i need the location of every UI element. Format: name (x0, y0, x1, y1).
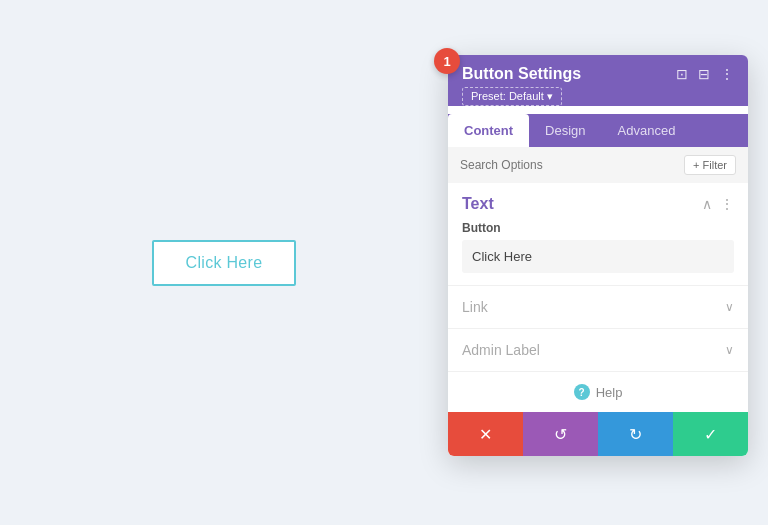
panel-header: Button Settings ⊡ ⊟ ⋮ Preset: Default ▾ (448, 55, 748, 106)
bottom-bar: ✕ ↺ ↻ ✓ (448, 412, 748, 456)
tab-content[interactable]: Content (448, 114, 529, 147)
section-controls: ∧ ⋮ (702, 196, 734, 212)
settings-panel: Button Settings ⊡ ⊟ ⋮ Preset: Default ▾ … (448, 55, 748, 456)
button-field-label: Button (462, 221, 734, 235)
help-text: Help (596, 385, 623, 400)
more-icon[interactable]: ⋮ (720, 66, 734, 82)
search-row: + Filter (448, 147, 748, 183)
help-row[interactable]: ? Help (448, 371, 748, 412)
help-icon: ? (574, 384, 590, 400)
cancel-button[interactable]: ✕ (448, 412, 523, 456)
canvas-click-button[interactable]: Click Here (152, 240, 297, 286)
link-collapsible[interactable]: Link ∨ (448, 285, 748, 328)
button-field-group: Button (448, 221, 748, 285)
step-badge: 1 (434, 48, 460, 74)
admin-label-chevron-icon: ∨ (725, 343, 734, 357)
search-input[interactable] (460, 158, 676, 172)
link-chevron-icon: ∨ (725, 300, 734, 314)
filter-button[interactable]: + Filter (684, 155, 736, 175)
redo-button[interactable]: ↻ (598, 412, 673, 456)
tab-design[interactable]: Design (529, 114, 601, 147)
collapse-icon[interactable]: ∧ (702, 196, 712, 212)
panel-body: + Filter Text ∧ ⋮ Button Link ∨ Admin La… (448, 147, 748, 456)
link-label: Link (462, 299, 488, 315)
admin-label-text: Admin Label (462, 342, 540, 358)
tab-advanced[interactable]: Advanced (602, 114, 692, 147)
button-text-input[interactable] (462, 240, 734, 273)
panel-title: Button Settings (462, 65, 581, 83)
save-button[interactable]: ✓ (673, 412, 748, 456)
text-section-header: Text ∧ ⋮ (448, 183, 748, 221)
preset-dropdown[interactable]: Preset: Default ▾ (462, 87, 562, 106)
section-title-text: Text (462, 195, 494, 213)
panel-title-icons: ⊡ ⊟ ⋮ (676, 66, 734, 82)
admin-label-collapsible[interactable]: Admin Label ∨ (448, 328, 748, 371)
panel-tabs: Content Design Advanced (448, 114, 748, 147)
undo-button[interactable]: ↺ (523, 412, 598, 456)
resize-icon[interactable]: ⊡ (676, 66, 688, 82)
section-more-icon[interactable]: ⋮ (720, 196, 734, 212)
layout-icon[interactable]: ⊟ (698, 66, 710, 82)
